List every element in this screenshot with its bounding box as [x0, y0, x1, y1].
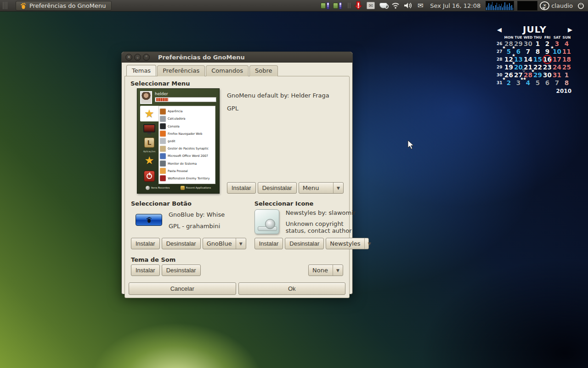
calendar-dow-label: WED — [523, 35, 533, 40]
mail-notifier-icon[interactable]: ✉ — [366, 1, 375, 10]
cancel-button[interactable]: Cancelar — [129, 282, 236, 295]
user-status-icon: ✕ — [541, 2, 548, 9]
dialog-titlebar[interactable]: ✕ ⌄ ⌃ Preferências do GnoMenu — [122, 52, 352, 63]
ok-button[interactable]: Ok — [238, 282, 346, 295]
menu-preview-item-label: Monitor de Sistema — [168, 162, 197, 166]
preview-applications-tab: LAplicações — [140, 137, 158, 153]
sound-theme-combobox[interactable]: None ▼ — [308, 264, 343, 276]
tab-temas[interactable]: Temas — [126, 65, 156, 76]
top-panel: Preferências do GnoMenu ✉ — [0, 0, 588, 12]
menu-theme-combobox[interactable]: Menu ▼ — [299, 182, 344, 194]
avatar — [140, 91, 152, 104]
double-star-marker-icon: ★★ — [520, 76, 526, 81]
calendar-day[interactable]: 7 — [523, 48, 533, 55]
monitor-icon — [143, 124, 155, 132]
star-marker-icon: ★ — [512, 53, 515, 58]
button-theme-preview — [136, 214, 162, 226]
maximize-icon[interactable]: ⌃ — [143, 54, 150, 61]
calendar-day[interactable]: 5 — [533, 79, 543, 86]
section-title: Seleccionar Menu — [130, 80, 344, 87]
calendar-day[interactable]: 23 — [543, 63, 552, 71]
tab-sobre[interactable]: Sobre — [249, 65, 278, 76]
icon-uninstall-button[interactable]: Desinstalar — [285, 238, 324, 249]
sound-uninstall-button[interactable]: Desinstalar — [162, 264, 201, 276]
power-icon[interactable] — [576, 1, 585, 10]
calendar-day[interactable]: 31 — [552, 71, 562, 79]
gedit-icon — [160, 138, 166, 144]
system-monitor-chip-1-icon[interactable] — [320, 1, 329, 10]
tab-comandos[interactable]: Comandos — [206, 65, 249, 76]
system-load-graph[interactable] — [486, 1, 514, 11]
calendar-day[interactable]: 1 — [562, 71, 571, 79]
calendar-week-row: 312★34★★5678 — [496, 79, 573, 86]
calendar-dow-label: MON — [504, 35, 514, 40]
panel-clock[interactable]: Sex Jul 16, 12:08 — [430, 2, 481, 9]
calendar-day[interactable]: 18 — [562, 56, 571, 63]
calendar-day[interactable]: 30 — [543, 71, 552, 79]
appearance-icon — [160, 109, 166, 115]
tab-preferências[interactable]: Preferências — [157, 65, 205, 76]
icon-install-button[interactable]: Instalar — [254, 238, 283, 249]
menu-preview-item: Gestor de Pacotes Synaptic — [160, 145, 214, 152]
menu-uninstall-button[interactable]: Desinstalar — [258, 182, 297, 194]
calendar-day[interactable]: 24 — [552, 63, 562, 71]
icon-theme-combobox[interactable]: Newstyles ▼ — [326, 238, 369, 249]
calendar-day[interactable]: 8 — [562, 79, 571, 86]
foot-icon — [145, 216, 153, 224]
section-seleccionar-icone: Seleccionar Icone Newstyles by: slawomir… — [252, 198, 372, 252]
calendar-day[interactable]: 20★ — [514, 63, 523, 71]
calendar-day[interactable]: 11 — [562, 48, 571, 55]
calendar-day[interactable]: 29★ — [533, 71, 543, 79]
button-theme-author: GnoBlue by: Whise — [169, 211, 225, 218]
calendar-day[interactable]: 30 — [523, 40, 533, 47]
section-title: Seleccionar Icone — [254, 200, 369, 207]
calendar-day[interactable]: 6 — [543, 79, 552, 86]
calendar-day[interactable]: 7 — [552, 79, 562, 86]
calendar-prev-arrow[interactable]: ◀ — [497, 26, 502, 33]
chevron-down-icon: ▼ — [364, 238, 374, 249]
calendar-day[interactable]: 1 — [533, 40, 543, 47]
system-monitor-chip-2-icon[interactable] — [333, 1, 342, 10]
section-tema-de-som: Tema de Som Instalar Desinstalar None ▼ — [129, 254, 345, 279]
button-uninstall-button[interactable]: Desinstalar — [162, 238, 201, 249]
mail-envelope-icon[interactable]: ✉ — [416, 1, 425, 10]
menu-preview-item: Aparência — [160, 108, 214, 115]
preview-username: helder — [155, 92, 216, 96]
tray-grip-handle[interactable] — [348, 3, 351, 8]
menu-preview-item-label: Microsoft Office Word 2007 — [168, 154, 208, 158]
calendar-year: 2010 — [496, 88, 573, 94]
calendar-day[interactable]: 8 — [533, 48, 543, 55]
applet-cup-icon[interactable] — [379, 1, 388, 10]
calendar-day[interactable]: 2★ — [504, 79, 514, 86]
menu-preview-item-label: Wolfenstein Enemy Territory — [168, 177, 210, 180]
calendar-day[interactable]: 4★★ — [523, 79, 533, 86]
calendar-day[interactable]: 4 — [562, 40, 571, 47]
calendar-next-arrow[interactable]: ▶ — [568, 26, 572, 33]
update-notifier-arrow-icon[interactable] — [354, 1, 363, 10]
calendar-day[interactable]: 14 — [523, 56, 533, 63]
calendar-day[interactable]: 10★ — [552, 48, 562, 55]
section-seleccionar-botao: Seleccionar Botão GnoBlue by: Whise GPL … — [129, 198, 249, 252]
volume-speaker-icon[interactable] — [403, 1, 413, 10]
calendar-day[interactable]: 25 — [562, 63, 571, 71]
calendar-month-title: JULY — [523, 24, 547, 35]
calendar-day[interactable]: 17 — [552, 56, 562, 63]
calendar-week-number: 31 — [496, 80, 504, 85]
panel-grip-handle[interactable] — [3, 2, 7, 9]
sound-install-button[interactable]: Instalar — [131, 264, 160, 276]
tab-bar: TemasPreferênciasComandosSobre — [126, 65, 350, 76]
button-theme-combobox[interactable]: GnoBlue ▼ — [203, 238, 246, 249]
calendar-day[interactable]: 15 — [533, 56, 543, 63]
menu-preview-item-label: Consola — [168, 125, 180, 128]
taskbar-item-gnomenu[interactable]: Preferências do GnoMenu — [16, 1, 112, 11]
user-switcher-button[interactable]: ✕ claudio — [541, 2, 573, 9]
calendar-widget: ◀ JULY ▶ MONTUEWEDTHUFRISATSUN 262829301… — [496, 24, 573, 94]
wireless-signal-icon[interactable] — [391, 1, 400, 10]
menu-install-button[interactable]: Instalar — [227, 182, 256, 194]
button-install-button[interactable]: Instalar — [131, 238, 160, 249]
minimize-icon[interactable]: ⌄ — [134, 54, 141, 61]
close-icon[interactable]: ✕ — [125, 54, 132, 61]
calendar-day[interactable]: 16 — [543, 56, 552, 63]
taskbar-item-label: Preferências do GnoMenu — [29, 2, 106, 9]
calendar-week-row: 30262728▽29★30311 — [496, 71, 573, 79]
